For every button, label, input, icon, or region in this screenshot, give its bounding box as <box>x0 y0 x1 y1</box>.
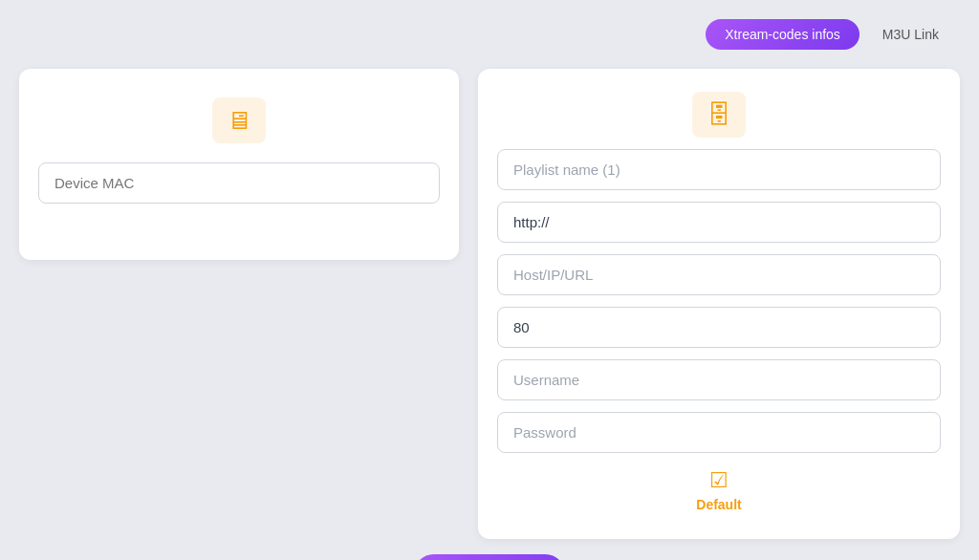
device-mac-input[interactable] <box>38 162 440 204</box>
main-content: 🖥 🗄 ☑ Default <box>19 69 960 539</box>
username-input[interactable] <box>497 359 941 400</box>
submit-button[interactable]: > SUBMIT <box>414 554 565 560</box>
default-label: Default <box>696 497 741 512</box>
checkbox-icon[interactable]: ☑ <box>709 468 729 493</box>
host-ip-url-input[interactable] <box>497 254 941 295</box>
default-section: ☑ Default <box>696 464 741 516</box>
port-input[interactable] <box>497 307 941 348</box>
monitor-icon: 🖥 <box>227 106 251 136</box>
tab-m3u-link[interactable]: M3U Link <box>871 19 950 50</box>
password-input[interactable] <box>497 412 941 453</box>
right-panel: 🗄 ☑ Default <box>478 69 960 539</box>
playlist-name-input[interactable] <box>497 149 941 190</box>
http-url-input[interactable] <box>497 202 941 243</box>
tab-xtream-codes[interactable]: Xtream-codes infos <box>706 19 859 50</box>
database-icon-box: 🗄 <box>692 92 746 138</box>
monitor-icon-box: 🖥 <box>212 97 266 143</box>
bottom-area: > SUBMIT <box>19 554 960 560</box>
database-icon: 🗄 <box>707 100 731 130</box>
tab-bar: Xtream-codes infos M3U Link <box>706 19 950 50</box>
left-panel: 🖥 <box>19 69 459 260</box>
